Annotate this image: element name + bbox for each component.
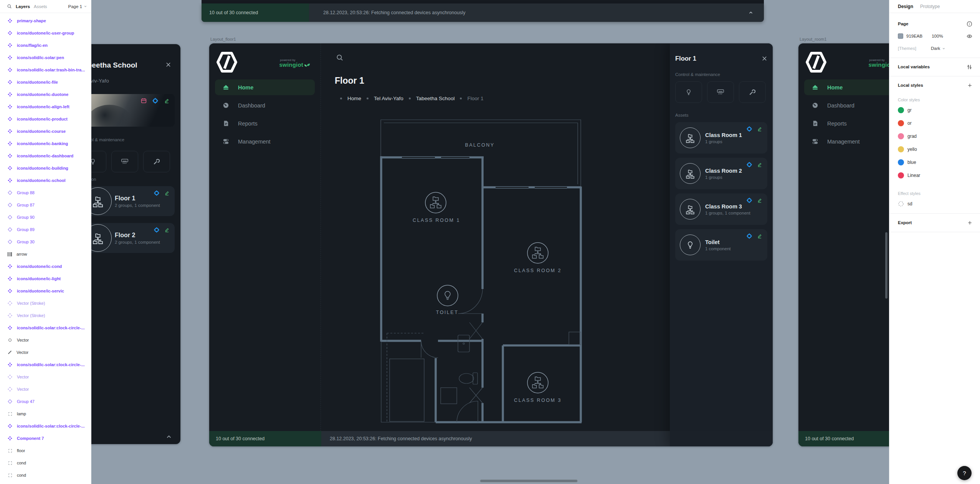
sidebar-nav-item[interactable]: Reports — [215, 116, 315, 131]
layer-row[interactable]: icons/flag/ic-en — [0, 39, 91, 51]
page-selector[interactable]: Page 1 — [68, 4, 87, 9]
room-asset-icon[interactable] — [527, 243, 548, 263]
frame-layout-floor1[interactable]: Layout_floor1 powered by swingiot Home — [209, 43, 773, 446]
collapse-button[interactable] — [748, 3, 764, 22]
control-button[interactable] — [111, 151, 138, 172]
frame-name-label[interactable]: Layout_floor1 — [210, 37, 236, 41]
asset-card[interactable]: Class Room 2 1 groups — [675, 158, 767, 189]
layer-row[interactable]: arrow — [0, 248, 91, 260]
layer-row[interactable]: icons/duotone/ic-school — [0, 174, 91, 187]
help-button[interactable]: ? — [957, 466, 972, 480]
tab-layers[interactable]: Layers — [16, 4, 30, 9]
floor-plan[interactable]: BALCONY CLASS ROOM 1 CLASS ROOM 2 CLASS … — [378, 117, 583, 424]
asset-card[interactable]: Toilet 1 component — [675, 229, 767, 261]
sidebar-nav-item[interactable]: Dashboard — [215, 97, 315, 113]
edit-pen-icon[interactable] — [757, 162, 763, 168]
edit-pen-icon[interactable] — [757, 126, 763, 132]
layer-row[interactable]: floor — [0, 444, 91, 457]
layer-row[interactable]: icons/duotone/ic-building — [0, 162, 91, 174]
search-icon[interactable] — [336, 54, 344, 61]
edit-pen-icon[interactable] — [757, 197, 763, 203]
breadcrumb-item[interactable]: Home — [347, 96, 361, 101]
layer-row[interactable]: Group 47 — [0, 395, 91, 408]
target-icon[interactable] — [746, 233, 752, 239]
layer-row[interactable]: icons/duotone/ic-product — [0, 113, 91, 125]
layer-row[interactable]: icons/duotone/ic-servic — [0, 285, 91, 297]
plus-icon[interactable] — [967, 220, 972, 225]
control-button[interactable] — [739, 81, 766, 103]
layer-row[interactable]: Component 7 — [0, 432, 91, 444]
canvas-horizontal-scrollbar[interactable] — [480, 479, 578, 482]
floor-card[interactable]: Floor 1 2 groups, 1 component — [79, 186, 175, 216]
variables-sliders-icon[interactable] — [967, 64, 972, 70]
breadcrumb-item[interactable]: Tabeetha School — [416, 96, 455, 101]
page-color-opacity[interactable]: 100% — [932, 34, 943, 38]
layer-row[interactable]: Group 88 — [0, 187, 91, 199]
layer-row[interactable]: Vector — [0, 371, 91, 383]
toilet-asset-icon[interactable] — [437, 285, 458, 306]
layer-row[interactable]: Group 90 — [0, 211, 91, 223]
edit-pen-icon[interactable] — [164, 227, 170, 233]
target-icon[interactable] — [746, 197, 752, 203]
edit-pen-icon[interactable] — [164, 97, 170, 104]
calendar-icon[interactable] — [140, 97, 147, 104]
layer-row[interactable]: Vector (Stroke) — [0, 309, 91, 322]
layer-row[interactable]: cond — [0, 469, 91, 481]
color-style-row[interactable]: gr — [889, 104, 980, 117]
tab-design[interactable]: Design — [898, 4, 913, 9]
layer-row[interactable]: icons/duotone/ic-user-group — [0, 27, 91, 39]
layer-row[interactable]: icons/solid/ic-solar:clock-circle-... — [0, 322, 91, 334]
layer-row[interactable]: icons/duotone/ic-duotone — [0, 88, 91, 101]
sidebar-nav-item[interactable]: Home — [215, 79, 315, 95]
layer-row[interactable]: Vector — [0, 346, 91, 358]
layer-row[interactable]: Vector — [0, 383, 91, 395]
layer-row[interactable]: icons/solid/ic-solar:clock-circle-... — [0, 420, 91, 432]
target-icon[interactable] — [746, 162, 752, 168]
edit-pen-icon[interactable] — [164, 190, 170, 196]
plus-icon[interactable] — [967, 83, 972, 88]
tab-prototype[interactable]: Prototype — [920, 4, 940, 9]
layer-row[interactable]: icons/duotone/ic-file — [0, 76, 91, 88]
edit-pen-icon[interactable] — [757, 233, 763, 239]
color-style-row[interactable]: blue — [889, 156, 980, 169]
layer-row[interactable]: icons/duotone/ic-light — [0, 273, 91, 285]
control-button[interactable] — [707, 81, 734, 103]
eye-icon[interactable] — [967, 33, 972, 39]
layer-row[interactable]: icons/solid/ic-solar:trash-bin-tra... — [0, 64, 91, 76]
layer-row[interactable]: icons/solid/ic-solar:clock-circle-... — [0, 358, 91, 371]
effect-style-row[interactable]: sd — [889, 197, 980, 210]
layer-row[interactable]: icons/solid/ic-solar:pen — [0, 51, 91, 64]
layer-row[interactable]: icons/duotone/ic-cond — [0, 260, 91, 273]
target-icon[interactable] — [746, 126, 752, 132]
layer-row[interactable]: Group 87 — [0, 199, 91, 211]
control-button[interactable] — [143, 151, 170, 172]
target-icon[interactable] — [154, 190, 160, 196]
collapse-chevron-up-icon[interactable] — [165, 433, 172, 440]
styles-icon[interactable] — [967, 21, 972, 27]
layer-row[interactable]: icons/duotone/ic-course — [0, 125, 91, 137]
floor-card[interactable]: Floor 2 2 groups, 1 component — [79, 223, 175, 253]
close-icon[interactable] — [165, 62, 171, 68]
layer-row[interactable]: lamp — [0, 408, 91, 420]
layer-row[interactable]: icons/duotone/ic-dashboard — [0, 150, 91, 162]
control-button[interactable] — [675, 81, 702, 103]
color-style-row[interactable]: Linear — [889, 169, 980, 182]
layer-row[interactable]: Group 89 — [0, 223, 91, 236]
layer-row[interactable]: primary-shape — [0, 15, 91, 27]
layer-row[interactable]: icons/duotone/ic-align-left — [0, 101, 91, 113]
asset-card[interactable]: Class Room 1 1 groups — [675, 122, 767, 154]
layer-row[interactable]: Group 30 — [0, 236, 91, 248]
target-icon[interactable] — [152, 97, 159, 104]
page-color-hex[interactable]: 919EAB — [906, 34, 922, 38]
room-asset-icon[interactable] — [425, 192, 446, 213]
layer-row[interactable]: Vector — [0, 334, 91, 346]
color-style-row[interactable]: or — [889, 117, 980, 130]
close-icon[interactable] — [762, 56, 767, 61]
page-color-swatch[interactable] — [898, 33, 903, 39]
asset-card[interactable]: Class Room 3 1 groups, 1 component — [675, 193, 767, 225]
sidebar-nav-item[interactable]: Management — [215, 134, 315, 149]
canvas-vertical-scrollbar[interactable] — [885, 232, 887, 299]
layer-row[interactable]: icons/duotone/ic-banking — [0, 137, 91, 150]
color-style-row[interactable]: yello — [889, 143, 980, 156]
breadcrumb-item[interactable]: Floor 1 — [467, 96, 483, 101]
